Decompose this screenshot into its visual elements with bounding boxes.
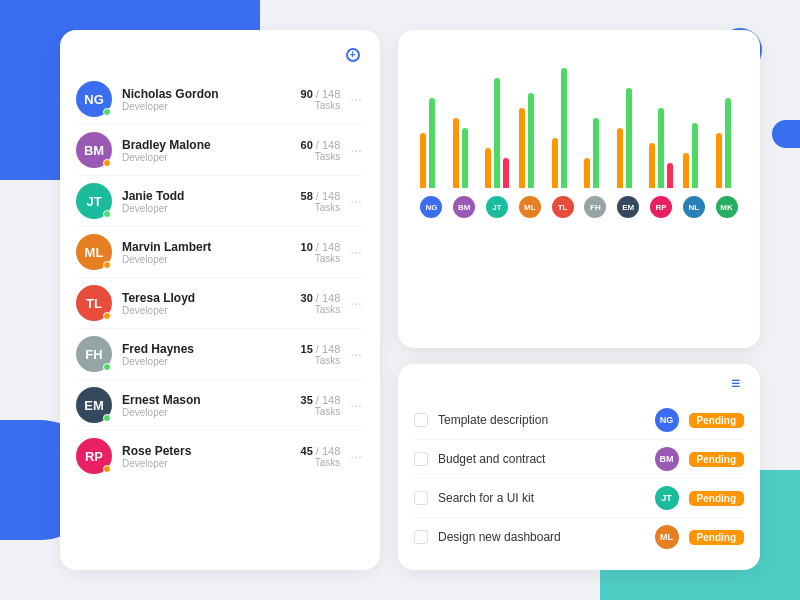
- more-icon[interactable]: ···: [348, 295, 364, 311]
- avatar-status: [103, 108, 111, 116]
- member-row[interactable]: BM Bradley Malone Developer 60 / 148 Tas…: [76, 125, 364, 176]
- member-name: Bradley Malone: [122, 138, 301, 152]
- more-icon[interactable]: ···: [348, 346, 364, 362]
- avatar-status: [103, 414, 111, 422]
- member-tasks: 35 / 148 Tasks: [301, 394, 341, 417]
- bar-green: [692, 123, 698, 188]
- bar-pink: [667, 163, 673, 188]
- task-assignee: NG: [655, 408, 679, 432]
- task-checkbox[interactable]: [414, 413, 428, 427]
- task-count: 60 / 148: [301, 139, 341, 151]
- task-checkbox[interactable]: [414, 530, 428, 544]
- task-row[interactable]: Budget and contract BM Pending: [414, 440, 744, 479]
- task-assignee: ML: [655, 525, 679, 549]
- avatar-wrapper: FH: [76, 336, 112, 372]
- bar-group: [584, 118, 607, 188]
- member-row[interactable]: JT Janie Todd Developer 58 / 148 Tasks ·…: [76, 176, 364, 227]
- bar-pink: [503, 158, 509, 188]
- bar-green: [561, 68, 567, 188]
- more-icon[interactable]: ···: [348, 193, 364, 209]
- bar-orange: [453, 118, 459, 188]
- progress-panel: NGBMJTMLTLFHEMRPNLMK: [398, 30, 760, 348]
- bar-group: [519, 93, 542, 188]
- bar-orange: [552, 138, 558, 188]
- member-row[interactable]: TL Teresa Lloyd Developer 30 / 148 Tasks…: [76, 278, 364, 329]
- chart-avatar-wrap: NL: [682, 196, 705, 218]
- avatar-wrapper: TL: [76, 285, 112, 321]
- more-icon[interactable]: ···: [348, 244, 364, 260]
- bar-green: [462, 128, 468, 188]
- chart-avatar-wrap: JT: [486, 196, 509, 218]
- chart-avatar-img: ML: [519, 196, 541, 218]
- member-info: Rose Peters Developer: [122, 444, 301, 469]
- member-role: Developer: [122, 254, 301, 265]
- task-label: Tasks: [301, 457, 341, 468]
- bar-orange: [649, 143, 655, 188]
- task-count: 15 / 148: [301, 343, 341, 355]
- chart-avatar-wrap: ML: [518, 196, 541, 218]
- chart-avatar-img: TL: [552, 196, 574, 218]
- task-assignee: JT: [655, 486, 679, 510]
- member-name: Janie Todd: [122, 189, 301, 203]
- member-row[interactable]: EM Ernest Mason Developer 35 / 148 Tasks…: [76, 380, 364, 431]
- member-tasks: 58 / 148 Tasks: [301, 190, 341, 213]
- member-role: Developer: [122, 203, 301, 214]
- task-name: Template description: [438, 413, 645, 427]
- bar-green: [725, 98, 731, 188]
- member-row[interactable]: FH Fred Haynes Developer 15 / 148 Tasks …: [76, 329, 364, 380]
- member-info: Ernest Mason Developer: [122, 393, 301, 418]
- bar-orange: [519, 108, 525, 188]
- member-role: Developer: [122, 305, 301, 316]
- member-info: Bradley Malone Developer: [122, 138, 301, 163]
- member-info: Marvin Lambert Developer: [122, 240, 301, 265]
- avatar-wrapper: RP: [76, 438, 112, 474]
- member-row[interactable]: NG Nicholas Gordon Developer 90 / 148 Ta…: [76, 74, 364, 125]
- chart-avatar-img: NG: [420, 196, 442, 218]
- member-row[interactable]: ML Marvin Lambert Developer 10 / 148 Tas…: [76, 227, 364, 278]
- task-status-badge: Pending: [689, 413, 744, 428]
- task-status-badge: Pending: [689, 530, 744, 545]
- task-checkbox[interactable]: [414, 452, 428, 466]
- task-checkbox[interactable]: [414, 491, 428, 505]
- chart-avatar-img: NL: [683, 196, 705, 218]
- task-assignee: BM: [655, 447, 679, 471]
- more-icon[interactable]: ···: [348, 91, 364, 107]
- member-tasks: 15 / 148 Tasks: [301, 343, 341, 366]
- chart-avatar-img: JT: [486, 196, 508, 218]
- task-count: 30 / 148: [301, 292, 341, 304]
- task-label: Tasks: [301, 406, 341, 417]
- bar-green: [494, 78, 500, 188]
- more-icon[interactable]: ···: [348, 397, 364, 413]
- task-count: 90 / 148: [301, 88, 341, 100]
- task-row[interactable]: Design new dashboard ML Pending: [414, 518, 744, 556]
- bar-orange: [420, 133, 426, 188]
- chart-avatar-img: BM: [453, 196, 475, 218]
- more-icon[interactable]: ···: [348, 142, 364, 158]
- bar-group: [617, 88, 640, 188]
- avatar-wrapper: BM: [76, 132, 112, 168]
- member-role: Developer: [122, 101, 301, 112]
- task-label: Tasks: [301, 202, 341, 213]
- task-row[interactable]: Template description NG Pending: [414, 401, 744, 440]
- chart-avatar-wrap: MK: [715, 196, 738, 218]
- task-row[interactable]: Search for a UI kit JT Pending: [414, 479, 744, 518]
- chart-avatar-wrap: NG: [420, 196, 443, 218]
- member-info: Janie Todd Developer: [122, 189, 301, 214]
- bar-orange: [584, 158, 590, 188]
- bar-green: [528, 93, 534, 188]
- task-name: Design new dashboard: [438, 530, 645, 544]
- chart-avatar-img: EM: [617, 196, 639, 218]
- all-tasks-button[interactable]: ☰: [731, 378, 744, 389]
- task-count: 10 / 148: [301, 241, 341, 253]
- bg-blue-circle-right: [772, 120, 800, 148]
- bar-group: [649, 108, 673, 188]
- bar-orange: [683, 153, 689, 188]
- more-icon[interactable]: ···: [348, 448, 364, 464]
- bar-group: [485, 78, 509, 188]
- members-list: NG Nicholas Gordon Developer 90 / 148 Ta…: [76, 74, 364, 481]
- bar-green: [626, 88, 632, 188]
- member-info: Nicholas Gordon Developer: [122, 87, 301, 112]
- add-members-button[interactable]: +: [346, 48, 364, 62]
- member-row[interactable]: RP Rose Peters Developer 45 / 148 Tasks …: [76, 431, 364, 481]
- member-role: Developer: [122, 407, 301, 418]
